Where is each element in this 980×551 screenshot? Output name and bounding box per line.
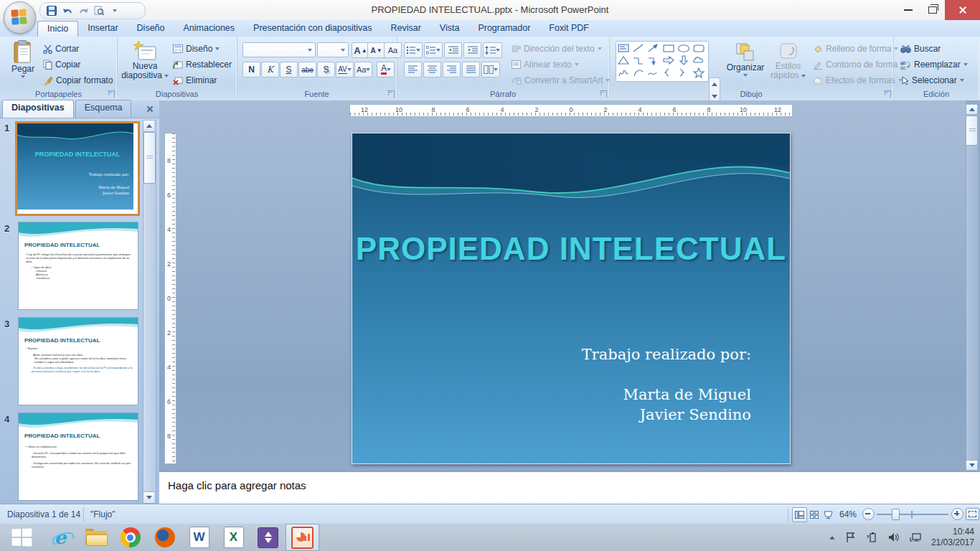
tab-insertar[interactable]: Insertar bbox=[78, 21, 127, 37]
redo-icon[interactable] bbox=[77, 5, 89, 17]
tab-inicio[interactable]: Inicio bbox=[37, 21, 78, 37]
scroll-down-button[interactable] bbox=[966, 460, 978, 471]
font-color-button[interactable]: A bbox=[377, 62, 395, 77]
taskbar-purple-app[interactable] bbox=[251, 524, 285, 551]
notes-placeholder[interactable]: Haga clic para agregar notas bbox=[168, 479, 306, 491]
scrollbar-track[interactable] bbox=[966, 104, 979, 473]
panel-scroll-up[interactable] bbox=[143, 121, 154, 132]
zoom-slider-thumb[interactable] bbox=[892, 509, 900, 520]
zoom-in-button[interactable] bbox=[951, 508, 963, 520]
tab-presentacion[interactable]: Presentación con diapositivas bbox=[244, 21, 381, 37]
office-button[interactable] bbox=[4, 1, 36, 34]
reset-slide-button[interactable]: Restablecer bbox=[173, 60, 232, 70]
font-dialog-launcher[interactable] bbox=[387, 90, 395, 98]
tab-vista[interactable]: Vista bbox=[430, 21, 469, 37]
copy-button[interactable]: Copiar bbox=[43, 60, 80, 70]
panel-close-icon[interactable] bbox=[145, 104, 155, 114]
new-slide-button[interactable]: Nueva diapositiva bbox=[123, 40, 167, 80]
power-battery-icon[interactable] bbox=[867, 532, 878, 543]
slide-subtitle-line3[interactable]: Javier Sendino bbox=[640, 406, 751, 423]
justify-button[interactable] bbox=[462, 62, 480, 77]
shape-effects-button[interactable]: Efectos de formas bbox=[813, 75, 903, 85]
font-size-combo[interactable] bbox=[317, 42, 349, 57]
panel-tab-diapositivas[interactable]: Diapositivas bbox=[2, 100, 74, 118]
increase-indent-button[interactable] bbox=[463, 42, 481, 58]
tab-diseno[interactable]: Diseño bbox=[128, 21, 174, 37]
scrollbar-thumb[interactable] bbox=[966, 116, 978, 146]
thumbnail-slide-2[interactable]: PROPIEDAD INTELECTUAL ▪Ley de PI: integr… bbox=[18, 222, 138, 310]
tab-animaciones[interactable]: Animaciones bbox=[174, 21, 245, 37]
align-left-button[interactable] bbox=[404, 62, 422, 77]
strikethrough-button[interactable]: abe bbox=[298, 62, 316, 77]
cut-button[interactable]: Cortar bbox=[43, 44, 79, 54]
slide-canvas[interactable]: PROPIEDAD INTELECTUAL Trabajo realizado … bbox=[352, 133, 791, 464]
taskbar-word[interactable]: W bbox=[182, 524, 216, 551]
slide-title[interactable]: PROPIEDAD INTELECTUAL bbox=[352, 231, 790, 267]
panel-tab-esquema[interactable]: Esquema bbox=[75, 100, 132, 118]
taskbar-internet-explorer[interactable]: e bbox=[44, 524, 78, 551]
quick-styles-button[interactable]: Estilos rápidos bbox=[768, 42, 808, 80]
thumbnail-slide-4[interactable]: PROPIEDAD INTELECTUAL ▪Obras en colabora… bbox=[18, 413, 138, 501]
bold-button[interactable]: N bbox=[242, 62, 260, 77]
slide-layout-button[interactable]: Diseño bbox=[173, 44, 220, 54]
undo-icon[interactable] bbox=[62, 5, 73, 17]
zoom-percentage[interactable]: 64% bbox=[839, 509, 857, 519]
taskbar-chrome[interactable] bbox=[113, 524, 147, 551]
shapes-gallery[interactable] bbox=[616, 41, 709, 82]
underline-button[interactable]: S bbox=[280, 62, 298, 77]
zoom-slider-track[interactable] bbox=[877, 514, 948, 515]
numbering-button[interactable] bbox=[424, 42, 443, 58]
panel-scroll-thumb[interactable] bbox=[143, 132, 156, 184]
arrange-button[interactable]: Organizar bbox=[724, 42, 767, 77]
network-icon[interactable] bbox=[910, 532, 921, 543]
normal-view-button[interactable] bbox=[792, 507, 807, 522]
slide-sorter-button[interactable] bbox=[806, 507, 821, 522]
text-shadow-button[interactable]: S bbox=[317, 62, 335, 77]
restore-button[interactable] bbox=[920, 0, 945, 20]
customize-qat-icon[interactable] bbox=[109, 5, 121, 17]
align-right-button[interactable] bbox=[443, 62, 461, 77]
tray-expand-icon[interactable] bbox=[829, 536, 834, 540]
taskbar-powerpoint-active[interactable] bbox=[286, 524, 319, 551]
scroll-up-button[interactable] bbox=[966, 104, 978, 115]
align-text-button[interactable]: Alinear texto bbox=[512, 60, 579, 70]
panel-scroll-down[interactable] bbox=[143, 491, 154, 503]
slide-subtitle-line1[interactable]: Trabajo realizado por: bbox=[582, 346, 751, 363]
minimize-button[interactable] bbox=[896, 0, 920, 20]
format-painter-button[interactable]: Copiar formato bbox=[43, 75, 113, 85]
panel-scrollbar[interactable] bbox=[143, 120, 156, 504]
line-spacing-button[interactable] bbox=[483, 42, 502, 58]
align-center-button[interactable] bbox=[423, 62, 441, 77]
find-button[interactable]: Buscar bbox=[900, 44, 941, 54]
paste-button[interactable]: Pegar bbox=[7, 40, 39, 78]
fit-to-window-button[interactable] bbox=[966, 508, 979, 520]
close-button[interactable] bbox=[945, 0, 980, 20]
taskbar-firefox[interactable] bbox=[148, 524, 182, 551]
print-preview-icon[interactable] bbox=[93, 5, 105, 17]
italic-button[interactable]: K bbox=[261, 62, 279, 77]
volume-icon[interactable] bbox=[888, 532, 900, 543]
columns-button[interactable] bbox=[481, 62, 500, 77]
notes-pane[interactable]: Haga clic para agregar notas bbox=[159, 471, 980, 505]
clipboard-dialog-launcher[interactable] bbox=[108, 90, 115, 98]
shrink-font-button[interactable]: A▼ bbox=[367, 42, 385, 58]
thumbnail-slide-1[interactable]: PROPIEDAD INTELECTUAL Trabajo realizado … bbox=[15, 121, 140, 216]
decrease-indent-button[interactable] bbox=[444, 42, 462, 58]
char-spacing-button[interactable]: AV bbox=[336, 62, 354, 77]
change-case-button[interactable]: Aa bbox=[354, 62, 372, 77]
slide-subtitle-line2[interactable]: Marta de Miguel bbox=[623, 386, 751, 403]
drawing-dialog-launcher[interactable] bbox=[884, 90, 891, 98]
font-name-combo[interactable] bbox=[242, 42, 316, 57]
zoom-out-button[interactable] bbox=[862, 508, 875, 520]
bullets-button[interactable] bbox=[404, 42, 423, 58]
convert-smartart-button[interactable]: Convertir a SmartArt bbox=[512, 75, 610, 85]
start-button[interactable] bbox=[4, 524, 38, 551]
shape-fill-button[interactable]: Relleno de forma bbox=[813, 44, 898, 54]
taskbar-file-explorer[interactable] bbox=[79, 524, 113, 551]
text-direction-button[interactable]: A Dirección del texto bbox=[512, 44, 602, 54]
action-center-flag-icon[interactable] bbox=[845, 532, 857, 543]
slideshow-view-button[interactable] bbox=[821, 507, 836, 522]
main-scrollbar[interactable] bbox=[966, 104, 979, 504]
select-button[interactable]: Seleccionar bbox=[900, 75, 964, 85]
replace-button[interactable]: abac Reemplazar bbox=[900, 60, 968, 70]
